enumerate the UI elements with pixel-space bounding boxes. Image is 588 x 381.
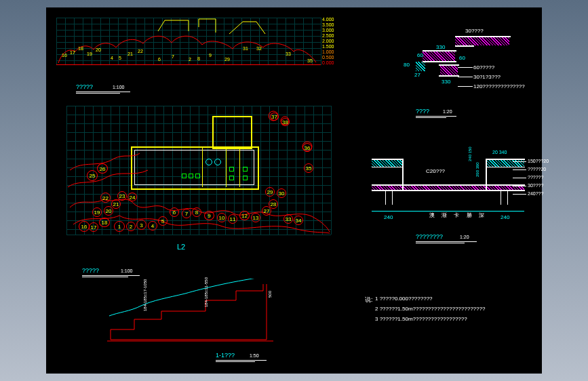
stair-dim-3: 500 [268, 291, 272, 298]
level-1500: 1.500 [322, 44, 334, 49]
d1-l3: 120?????????????? [473, 83, 525, 89]
level-0500: 0.500 [322, 55, 334, 60]
stair-dim-2: 184-185±11-550 [204, 277, 208, 307]
section-scale: 1:100 [121, 268, 133, 273]
elevation-view: 16 17 18 19 20 4 5 21 22 6 7 2 8 9 29 31… [56, 18, 321, 65]
d1-l2: 30?1?3??? [473, 74, 501, 80]
d2-a1: 150???20 [528, 159, 549, 163]
d2-c20: C20??? [426, 168, 445, 174]
d1-330a: 330 [436, 44, 445, 50]
level-3000: 3.000 [322, 28, 334, 33]
d1-330b: 330 [442, 79, 450, 85]
level-4000: 4.000 [322, 17, 334, 22]
stair-section: 184-185±17-1050 184-185±11-550 500 [104, 279, 280, 346]
d1-60a: 60 [417, 52, 423, 58]
d2-mid: 澳 渐 卡 勝 深 [429, 212, 487, 219]
section11-scale: 1:50 [250, 353, 259, 358]
d2-a3: ?????? [528, 175, 543, 180]
note-1: 1 ?????0.000???????? [375, 296, 433, 302]
elevation-title: ????? [76, 83, 93, 90]
level-3500: 3.500 [322, 22, 334, 27]
d2-240r: 240 [501, 214, 509, 220]
elevation-scale: 1:100 [113, 85, 125, 89]
drawing-canvas: 16 17 18 19 20 4 5 21 22 6 7 2 8 9 29 31… [46, 7, 542, 374]
section11-title: 1-1??? [216, 352, 235, 359]
d2-a5: 240??? [528, 191, 543, 196]
d1-27: 27 [414, 72, 420, 78]
detail-2: C20??? 240 150 290 390 20 340 150???20 ?… [365, 140, 534, 238]
d2-a4: 30???? [528, 183, 543, 188]
d1-60b: 60 [459, 55, 465, 61]
level-0000: 0.000 [322, 60, 334, 65]
d2-a2: ?????20 [528, 167, 546, 172]
stair-dim-1: 184-185±17-1050 [143, 279, 147, 311]
detail2-title: ???????? [416, 233, 443, 240]
detail2-scale: 1:20 [460, 235, 469, 239]
d1-l1: 60????? [473, 64, 494, 71]
detail1-scale: 1:20 [443, 109, 452, 114]
notes-header: 说: [365, 296, 373, 304]
plan-view: 16 17 18 19 20 21 22 23 24 25 26 1 2 3 4… [66, 106, 331, 235]
level-1000: 1.000 [322, 49, 334, 54]
detail1-title: ???? [416, 108, 429, 115]
section-title: ????? [82, 267, 99, 274]
plan-marker: L2 [177, 243, 185, 251]
d1-label: 30???? [465, 28, 484, 34]
level-2000: 2.000 [322, 39, 334, 43]
d2-240l: 240 [384, 214, 393, 220]
detail-1: 30???? 330 60 60 80 27 330 60????? 30?1?… [375, 28, 524, 109]
note-3: 3 ??????1.50m?????????????????? [375, 316, 467, 322]
d2-rlabel: 20 340 [492, 150, 507, 155]
note-2: 2 ??????1.50m???????????????????????? [375, 306, 485, 312]
d1-80: 80 [404, 62, 410, 68]
level-2500: 2.500 [322, 33, 334, 38]
